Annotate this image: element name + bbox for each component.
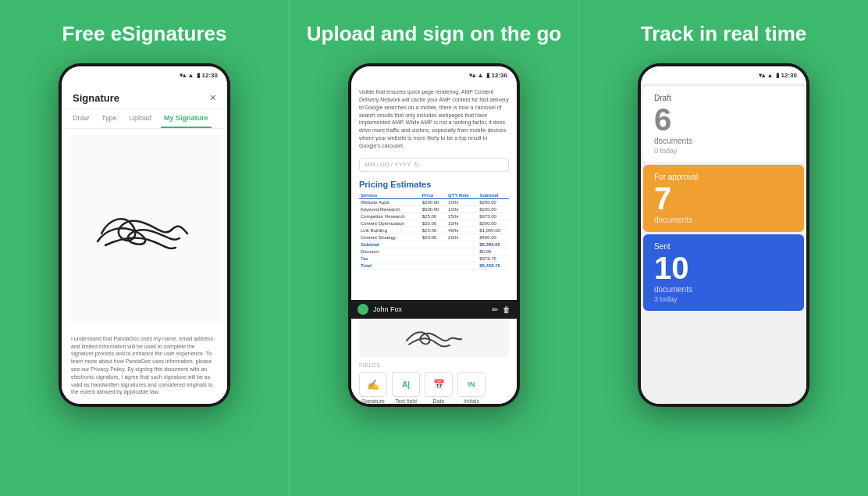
sig-preview-area	[359, 319, 509, 358]
initials-field-icon: IN	[457, 372, 486, 397]
text-field-icon: A|	[392, 372, 420, 397]
edit-icon[interactable]: ✏	[492, 305, 498, 314]
battery-icon-2: ▮	[486, 72, 489, 79]
status-icons-1: ▾▴ ▲ ▮ 12:30	[180, 72, 218, 79]
pricing-section: Pricing Estimates Service Price QTY Rate…	[351, 175, 517, 301]
draft-card: Draft 6 documents 0 today	[643, 86, 804, 162]
tax-row: Tax$379.75	[359, 255, 509, 262]
signer-action-icons: ✏ 🗑	[492, 305, 510, 314]
panel-1-title: Free eSignatures	[62, 22, 227, 46]
col-price: Price	[421, 192, 446, 199]
signature-field-label: Signature	[361, 398, 385, 404]
phone-2: ▾▴ ▲ ▮ 12:30 visible that ensures quick …	[348, 63, 520, 407]
battery-icon-3: ▮	[776, 72, 779, 79]
tab-draw[interactable]: Draw	[69, 109, 92, 128]
approval-label: For approval	[654, 173, 793, 181]
panel-track: Track in real time ▾▴ ▲ ▮ 12:30 Draft 6 …	[578, 0, 868, 496]
subtotal-row: Subtotal$6,390.00	[359, 241, 509, 248]
panel-free-esignatures: Free eSignatures ▾▴ ▲ ▮ 12:30 Signature …	[0, 0, 289, 496]
signal-icon-3: ▾▴	[759, 72, 765, 79]
tab-type[interactable]: Type	[98, 109, 120, 128]
signal-icon-2: ▾▴	[469, 72, 475, 79]
draft-label: Draft	[654, 94, 793, 102]
field-initials[interactable]: IN Initials	[457, 372, 486, 404]
sig-modal-header: Signature ×	[62, 84, 227, 109]
table-row: Content Strategy$20.0020/hr$400.00	[359, 234, 509, 241]
fields-label: FIELDS	[359, 362, 509, 368]
status-bar-2: ▾▴ ▲ ▮ 12:30	[351, 66, 517, 84]
close-icon[interactable]: ×	[210, 91, 216, 104]
fields-row: ✍ Signature A| Text field 📅 Date IN	[359, 372, 509, 404]
panel-2-title: Upload and sign on the go	[307, 22, 561, 46]
initials-field-label: Initials	[464, 398, 479, 404]
doc-body-text: visible that ensures quick page renderin…	[351, 84, 517, 154]
date-field-label: Date	[433, 398, 445, 404]
delete-icon[interactable]: 🗑	[503, 305, 510, 314]
sent-label: Sent	[654, 242, 793, 251]
sig-drawing	[86, 202, 203, 257]
discount-row: Discount$0.00	[359, 248, 509, 255]
draft-today: 0 today	[654, 147, 793, 155]
table-row: Competitor Research$25.0015/hr$375.00	[359, 212, 509, 219]
calendar-icon: ↻	[414, 161, 420, 169]
tab-upload[interactable]: Upload	[126, 109, 155, 128]
sent-number: 10	[654, 252, 793, 284]
battery-icon: ▮	[197, 72, 200, 79]
panel-3-title: Track in real time	[641, 22, 806, 46]
status-icons-3: ▾▴ ▲ ▮ 12:30	[759, 72, 797, 79]
time-3: 12:30	[781, 72, 797, 79]
field-textfield[interactable]: A| Text field	[392, 372, 420, 404]
wifi-icon-3: ▲	[767, 72, 774, 79]
signal-icon: ▾▴	[180, 72, 186, 79]
table-row: Website Audit$200.0010/hr$200.00	[359, 198, 509, 205]
doc-screen: visible that ensures quick page renderin…	[351, 84, 517, 404]
sent-card: Sent 10 documents 3 today	[643, 234, 804, 311]
col-qty: QTY Rate	[446, 192, 478, 199]
table-row: Keyword Research$500.0010/hr$200.00	[359, 205, 509, 212]
sent-today: 3 today	[654, 295, 793, 303]
date-field[interactable]: MM / DD / YYYY ↻	[359, 158, 509, 172]
time-2: 12:30	[492, 72, 507, 79]
draft-number: 6	[654, 104, 793, 135]
status-bar-1: ▾▴ ▲ ▮ 12:30	[62, 66, 227, 84]
track-screen: Draft 6 documents 0 today For approval 7…	[641, 84, 806, 404]
signer-name: John Fox	[373, 305, 487, 313]
sig-legal-text: I understand that PandaDoc uses my name,…	[62, 330, 227, 404]
field-signature[interactable]: ✍ Signature	[359, 372, 387, 404]
phone-1: ▾▴ ▲ ▮ 12:30 Signature × Draw Type Uploa…	[59, 63, 230, 407]
pricing-table: Service Price QTY Rate Subtotal Website …	[359, 192, 509, 269]
sent-docs: documents	[654, 285, 793, 294]
approval-card: For approval 7 documents	[643, 165, 804, 232]
pricing-title: Pricing Estimates	[359, 180, 509, 189]
date-placeholder: MM / DD / YYYY	[365, 161, 411, 168]
status-icons-2: ▾▴ ▲ ▮ 12:30	[469, 72, 507, 79]
signature-modal: Signature × Draw Type Upload My Signatur…	[62, 84, 227, 404]
approval-docs: documents	[654, 216, 793, 224]
wifi-icon: ▲	[188, 72, 194, 79]
signature-field-icon: ✍	[359, 372, 387, 397]
date-field-icon: 📅	[425, 372, 453, 397]
table-row: Link Building$25.0040/hr$1,000.00	[359, 227, 509, 234]
sig-canvas	[68, 135, 221, 324]
text-field-label: Text field	[395, 398, 417, 404]
panel-upload-sign: Upload and sign on the go ▾▴ ▲ ▮ 12:30 v…	[289, 0, 578, 496]
signer-avatar	[358, 304, 368, 315]
phone-3: ▾▴ ▲ ▮ 12:30 Draft 6 documents 0 today F…	[638, 63, 809, 407]
sig-modal-title: Signature	[73, 92, 119, 104]
fields-section: FIELDS ✍ Signature A| Text field 📅 Date	[351, 358, 517, 404]
col-service: Service	[359, 192, 421, 199]
approval-number: 7	[654, 183, 793, 214]
sig-preview-drawing	[403, 325, 465, 352]
sig-tabs: Draw Type Upload My Signature	[62, 109, 227, 129]
col-subtotal: Subtotal	[478, 192, 509, 199]
signer-bar: John Fox ✏ 🗑	[351, 300, 517, 319]
tab-my-signature[interactable]: My Signature	[161, 109, 212, 128]
wifi-icon-2: ▲	[478, 72, 484, 79]
field-date[interactable]: 📅 Date	[425, 372, 453, 404]
time-1: 12:30	[202, 72, 218, 79]
status-bar-3: ▾▴ ▲ ▮ 12:30	[641, 66, 806, 84]
table-row: Content Optimization$20.0010/hr$200.00	[359, 219, 509, 227]
total-row: Total$5,428.75	[359, 262, 509, 269]
draft-docs: documents	[654, 137, 793, 145]
